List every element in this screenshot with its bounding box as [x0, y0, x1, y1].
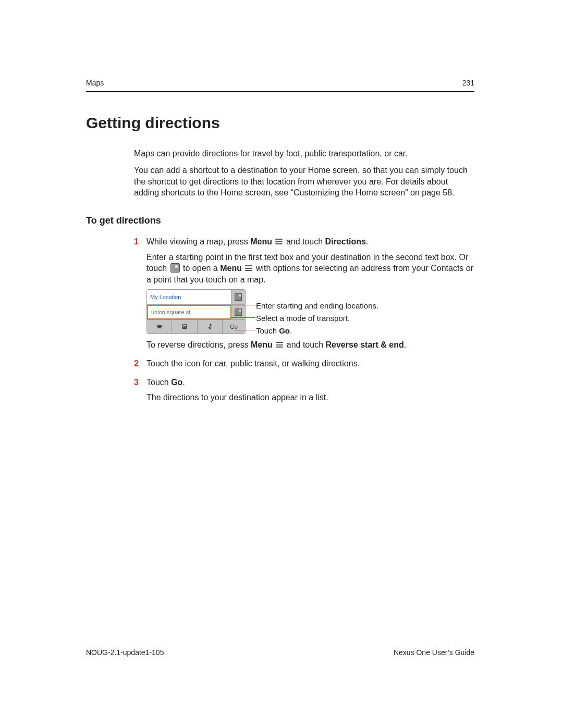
- intro-paragraph: You can add a shortcut to a destination …: [134, 165, 474, 199]
- bold-run: Menu: [220, 264, 242, 273]
- walk-icon: [206, 323, 214, 331]
- bold-run: Menu: [250, 237, 272, 246]
- transit-mode-button: [172, 320, 197, 334]
- bold-run: Directions: [325, 237, 366, 246]
- transport-mode-row: Go: [147, 320, 245, 334]
- contacts-icon: [170, 263, 180, 273]
- callout-text: Enter starting and ending locations.: [256, 301, 378, 311]
- end-location-row: union square sf: [147, 305, 245, 320]
- car-mode-button: [147, 320, 172, 334]
- callout-text: Select a mode of transport.: [256, 313, 350, 324]
- callout-line: [235, 330, 255, 330]
- svg-point-0: [210, 324, 211, 325]
- menu-icon: [275, 239, 283, 245]
- menu-icon: [276, 342, 283, 348]
- step-item: 2 Touch the icon for car, public transit…: [134, 358, 474, 374]
- page-title: Getting directions: [86, 113, 474, 134]
- text-run: .: [404, 340, 406, 349]
- bold-run: Menu: [251, 340, 273, 349]
- text-run: Touch: [146, 378, 171, 387]
- step-body: Touch the icon for car, public transit, …: [146, 358, 474, 374]
- section-subtitle: To get directions: [86, 214, 474, 227]
- document-page: Maps 231 Getting directions Maps can pro…: [0, 0, 563, 728]
- step-body: While viewing a map, press Menu and touc…: [146, 236, 474, 355]
- text-run: .: [366, 237, 368, 246]
- step-item: 3 Touch Go. The directions to your desti…: [134, 377, 474, 408]
- figure: My Location union square sf: [146, 289, 474, 334]
- step-body: Touch Go. The directions to your destina…: [146, 377, 474, 408]
- callout-line: [231, 317, 255, 318]
- contacts-icon: [235, 293, 242, 301]
- directions-panel-screenshot: My Location union square sf: [146, 289, 246, 334]
- text-run: To reverse directions, press: [146, 340, 251, 349]
- step-text: Touch the icon for car, public transit, …: [146, 358, 474, 369]
- text-run: .: [182, 378, 185, 387]
- text-run: While viewing a map, press: [146, 237, 250, 246]
- text-run: to open a: [181, 264, 221, 273]
- steps-list: 1 While viewing a map, press Menu and to…: [134, 236, 474, 408]
- start-location-field: My Location: [147, 290, 231, 304]
- text-run: Touch: [256, 326, 279, 335]
- page-footer: NOUG-2.1-update1-105 Nexus One User’s Gu…: [86, 648, 474, 658]
- step-text: To reverse directions, press Menu and to…: [146, 339, 474, 351]
- intro-block: Maps can provide directions for travel b…: [134, 148, 474, 198]
- running-header-page-number: 231: [462, 78, 474, 88]
- callout-text: Touch Go.: [256, 326, 292, 336]
- step-item: 1 While viewing a map, press Menu and to…: [134, 236, 474, 355]
- step-number: 3: [134, 377, 146, 408]
- bold-run: Go: [279, 326, 290, 335]
- bold-run: Reverse start & end: [326, 340, 404, 349]
- start-location-row: My Location: [147, 290, 245, 305]
- bus-icon: [180, 323, 189, 331]
- callout-line: [231, 305, 255, 305]
- text-run: and touch: [287, 340, 326, 349]
- text-run: .: [290, 326, 292, 335]
- step-text: While viewing a map, press Menu and touc…: [146, 236, 474, 248]
- walk-mode-button: [198, 320, 223, 334]
- step-text: Enter a starting point in the first text…: [146, 252, 474, 286]
- bold-run: Go: [171, 378, 182, 387]
- footer-doc-id: NOUG-2.1-update1-105: [86, 648, 164, 658]
- car-icon: [155, 323, 164, 331]
- step-text: Touch Go.: [146, 377, 474, 388]
- end-location-field: union square sf: [147, 305, 231, 319]
- text-run: and touch: [286, 237, 325, 246]
- contacts-icon: [235, 309, 242, 316]
- menu-icon: [245, 265, 252, 272]
- intro-paragraph: Maps can provide directions for travel b…: [134, 148, 474, 159]
- pick-start-button: [231, 290, 245, 304]
- step-text: The directions to your destination appea…: [146, 392, 474, 403]
- step-number: 1: [134, 236, 146, 355]
- footer-doc-title: Nexus One User’s Guide: [394, 648, 474, 658]
- running-header-section: Maps: [86, 78, 104, 88]
- step-number: 2: [134, 358, 146, 374]
- running-header: Maps 231: [86, 78, 474, 92]
- go-button: Go: [223, 320, 245, 334]
